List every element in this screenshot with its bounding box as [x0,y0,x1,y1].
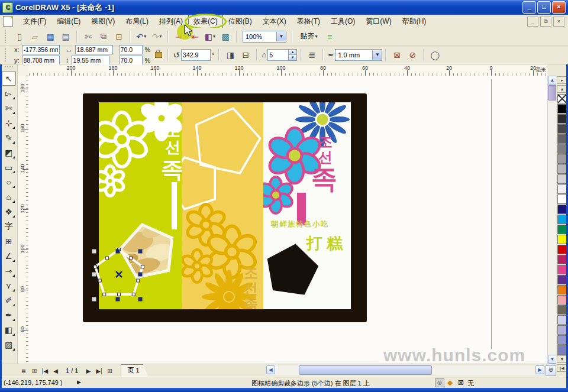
horizontal-scroll-thumb[interactable] [299,365,432,375]
add-page-before-button[interactable]: ⊞ [30,366,39,375]
convert-to-curves-button[interactable]: ⊠ [390,48,404,62]
open-button[interactable]: ▱ [28,30,42,44]
color-swatch-4[interactable] [557,134,567,144]
color-swatch-9[interactable] [557,184,567,194]
color-swatch-1[interactable] [557,104,567,114]
artwork[interactable]: 조 선 족 [83,93,367,322]
scale-y-field[interactable] [119,56,143,65]
snap-to-button[interactable]: 贴齐 ▾ [296,30,321,44]
wrap-text-button[interactable]: ≣ [305,48,319,62]
menu-item-12[interactable]: 帮助(H) [397,15,432,28]
ruler-origin-corner[interactable] [18,64,29,76]
cut-button[interactable]: ✄ [81,30,95,44]
menu-item-2[interactable]: 编辑(E) [51,15,86,28]
outline-width-arrow-icon[interactable]: ▼ [372,50,382,60]
navigator-zoom-icon[interactable]: ⊕ [546,365,556,376]
propbar-grip[interactable] [5,48,8,61]
copy-button[interactable]: ⧉ [96,30,111,44]
object-width-field[interactable] [75,45,113,54]
doc-restore-button[interactable]: ⧉ [540,17,551,27]
color-swatch-7[interactable] [557,164,567,174]
table-tool[interactable]: ⊞ [2,234,16,248]
paste-button[interactable]: ⊡ [112,30,126,44]
menu-item-7[interactable]: 位图(B) [223,15,257,28]
application-launcher-button[interactable]: ◧▾ [203,30,217,44]
minimize-button[interactable]: _ [522,1,536,14]
doc-minimize-button[interactable]: _ [527,17,538,27]
color-swatch-none[interactable] [557,94,567,103]
color-swatch-13[interactable] [557,225,567,234]
print-button[interactable]: ▤ [59,30,73,44]
v-ruler[interactable]: 1801601401201008060 [18,76,29,364]
page-tab[interactable]: 页 1 [121,364,148,377]
color-swatch-16[interactable] [557,255,567,264]
vertical-scrollbar[interactable]: ▲ ▼ [547,76,557,364]
drawing-canvas[interactable]: 조 선 족 [28,76,547,364]
menu-item-8[interactable]: 文本(X) [257,15,292,28]
h-ruler[interactable]: 毫米 20018016014012010080604020020 [28,64,547,76]
y-position-field[interactable] [22,56,60,65]
status-fill-icon[interactable]: ◆ [447,378,453,387]
status-outline-icon[interactable]: ⊠ [458,378,464,387]
color-swatch-6[interactable] [557,154,567,164]
new-document-button[interactable]: ▯ [12,30,27,44]
mirror-vertical-button[interactable]: ⊟ [238,48,253,62]
mirror-horizontal-button[interactable]: ◨ [223,48,237,62]
pan-zoom-tool[interactable]: ⊹ [2,115,16,130]
snap-dropdown-icon[interactable]: ▾ [315,34,317,39]
color-swatch-2[interactable] [557,114,567,124]
menu-item-1[interactable]: 文件(F) [18,15,51,28]
toolbox-grip[interactable] [5,66,13,70]
color-swatch-25[interactable] [557,345,567,355]
close-button[interactable]: × [552,1,566,14]
color-swatch-12[interactable] [557,215,567,224]
color-swatch-14[interactable] [557,235,567,244]
options-button[interactable]: ≡ [322,30,337,44]
add-page-after-button[interactable]: ⊞ [105,366,114,375]
save-button[interactable]: ▦ [43,30,57,44]
scale-x-field[interactable] [119,45,143,54]
welcome-screen-button[interactable]: ▩ [218,30,233,44]
color-swatch-8[interactable] [557,174,567,184]
color-swatch-20[interactable] [557,295,567,304]
freehand-tool[interactable]: ✎ [2,130,16,145]
polygon-tool[interactable]: ⌂ [2,189,16,204]
scroll-down-button[interactable]: ▼ [548,355,557,364]
close-path-button[interactable]: ⊘ [405,48,419,62]
color-swatch-5[interactable] [557,144,567,154]
ellipse-tool[interactable]: ○ [2,174,16,189]
fill-tool[interactable]: ◧ [2,322,16,337]
color-swatch-10[interactable] [557,195,567,204]
maximize-button[interactable]: □ [537,1,551,14]
zoom-combo-arrow-icon[interactable]: ▼ [276,32,286,41]
menu-item-4[interactable]: 布局(L) [120,15,154,28]
crop-tool[interactable]: ✄ [2,101,16,115]
menu-item-11[interactable]: 窗口(W) [360,15,396,28]
connector-tool[interactable]: ⊸ [2,263,16,278]
status-flyout-icon[interactable]: ▶ [77,379,81,385]
color-swatch-17[interactable] [557,265,567,274]
color-swatch-23[interactable] [557,325,567,335]
menu-item-3[interactable]: 视图(V) [86,15,120,28]
vertical-scroll-thumb[interactable] [548,85,557,101]
color-swatch-18[interactable] [557,275,567,284]
last-page-button[interactable]: ▶| [94,366,104,375]
polygon-points-spinner[interactable]: ▲▼ [289,49,297,61]
dimension-tool[interactable]: ∠ [2,248,16,263]
color-swatch-19[interactable] [557,285,567,294]
outline-pen-tool[interactable]: ✒ [2,307,16,322]
basic-shapes-tool[interactable]: ❖ [2,204,16,219]
eyedropper-tool[interactable]: ✐ [2,293,16,307]
polygon-points-field[interactable] [267,49,289,61]
rectangle-tool[interactable]: ▭ [2,160,16,174]
x-position-field[interactable] [22,45,60,54]
doc-close-button[interactable]: × [553,17,564,27]
scroll-right-button[interactable]: ▶ [535,365,544,374]
color-swatch-3[interactable] [557,124,567,134]
symmetry-button[interactable]: ◯ [428,48,442,62]
scale-lock-icon[interactable] [155,52,162,58]
previous-page-button[interactable]: ◀ [51,366,60,375]
menu-item-10[interactable]: 工具(O) [325,15,360,28]
interactive-fill-tool[interactable]: ▨ [2,337,16,352]
redo-button[interactable]: ↷▾ [150,30,164,44]
